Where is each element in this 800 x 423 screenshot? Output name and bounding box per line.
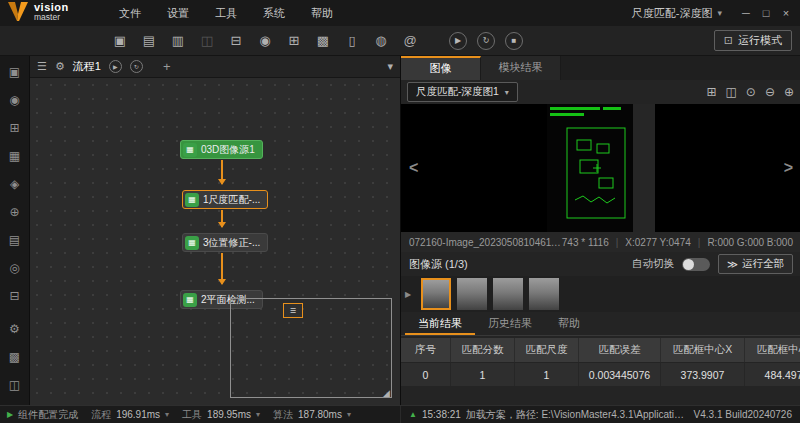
menu-item-settings[interactable]: 设置 [154, 0, 202, 26]
add-flow-button[interactable]: + [163, 59, 171, 74]
flow-list-icon[interactable]: ☰ [37, 60, 47, 73]
logo-text-line2: master [34, 12, 69, 22]
zoom-in-icon[interactable]: ⊕ [784, 85, 794, 99]
chevron-down-icon[interactable]: ▾ [347, 410, 351, 419]
deep-learning-icon[interactable]: ◈ [7, 176, 23, 192]
module-manager-icon[interactable]: ▩ [7, 349, 23, 365]
save-button[interactable]: ▣ [110, 31, 130, 51]
flow-settings-icon[interactable]: ⚙ [55, 60, 65, 73]
tab-current-result[interactable]: 当前结果 [405, 312, 475, 335]
maximize-button[interactable]: □ [756, 0, 776, 26]
thumbnail-4[interactable] [529, 278, 559, 310]
communication-button[interactable]: @ [400, 31, 420, 51]
tab-history-result[interactable]: 历史结果 [475, 312, 545, 335]
mobile-client-button[interactable]: ▯ [342, 31, 362, 51]
tool-time-value: 189.95ms [207, 409, 251, 420]
table-header-cell: 匹配框中心Y [745, 338, 800, 362]
resize-handle-icon[interactable]: ◢ [383, 388, 390, 398]
camera-button[interactable]: ◉ [255, 31, 275, 51]
solution-selector[interactable]: 尺度匹配-深度图 ▾ [632, 0, 722, 26]
view-source-dropdown[interactable]: 尺度匹配-深度图1 ▾ [407, 82, 518, 102]
run-continuous-button[interactable]: ↻ [477, 32, 495, 50]
global-variable-button[interactable]: ◍ [371, 31, 391, 51]
menu-item-tools[interactable]: 工具 [202, 0, 250, 26]
tab-image[interactable]: 图像 [401, 56, 481, 80]
run-flow-loop-button[interactable]: ↻ [130, 60, 143, 73]
run-controls: ▶ ↻ ■ [449, 32, 533, 50]
logo-text-line1: vision [34, 2, 69, 12]
prev-image-button[interactable]: < [409, 159, 418, 177]
solution-title: 尺度匹配-深度图 [632, 6, 713, 21]
menu-item-help[interactable]: 帮助 [298, 0, 346, 26]
thumbnail-expander-icon[interactable]: ▶ [405, 290, 411, 299]
recognition-icon[interactable]: ▦ [7, 148, 23, 164]
matrix-tool-button[interactable]: ⊞ [284, 31, 304, 51]
result-table: 序号 匹配分数 匹配尺度 匹配误差 匹配框中心X 匹配框中心Y 匹配框宽 0 1… [401, 338, 800, 405]
menu-item-file[interactable]: 文件 [106, 0, 154, 26]
alignment-icon[interactable]: ▤ [7, 232, 23, 248]
toggle-knob [683, 259, 694, 270]
run-mode-button[interactable]: ⊡ 运行模式 [714, 30, 792, 51]
communication-manage-icon[interactable]: ◫ [7, 377, 23, 393]
minimize-button[interactable]: ─ [736, 0, 756, 26]
chevron-down-icon[interactable]: ▾ [256, 410, 260, 419]
measure-icon[interactable]: ⊞ [7, 120, 23, 136]
one-to-one-icon[interactable]: ⊙ [746, 85, 756, 99]
flow-node-position-fix[interactable]: ▦ 3位置修正-... [182, 233, 268, 252]
chevron-down-icon[interactable]: ▾ [165, 410, 169, 419]
system-settings-icon[interactable]: ⚙ [7, 321, 23, 337]
auto-switch-toggle[interactable] [682, 258, 710, 271]
menu-item-system[interactable]: 系统 [250, 0, 298, 26]
vm-tool-button[interactable]: ▩ [313, 31, 333, 51]
thumbnail-1[interactable] [421, 278, 451, 310]
stop-button[interactable]: ■ [505, 32, 523, 50]
run-once-button[interactable]: ▶ [449, 32, 467, 50]
grid-view-icon[interactable]: ⊞ [706, 85, 716, 99]
table-header-cell: 匹配误差 [579, 338, 661, 362]
split-view-icon[interactable]: ◫ [725, 85, 736, 99]
calibration-icon[interactable]: ⊕ [7, 204, 23, 220]
open-button[interactable]: ▤ [139, 31, 159, 51]
collapse-flow-icon[interactable]: ▾ [387, 60, 393, 73]
controller-button[interactable]: ⊟ [226, 31, 246, 51]
acquisition-icon[interactable]: ▣ [7, 64, 23, 80]
app-logo: vision master [7, 2, 69, 22]
module-list-box[interactable]: ☰ [283, 303, 303, 318]
flow-node-scale-match[interactable]: ▦ 1尺度匹配-... [182, 190, 268, 209]
algo-time-value: 187.80ms [298, 409, 342, 420]
thumbnail-2[interactable] [457, 278, 487, 310]
logo-v-icon [7, 2, 29, 22]
next-image-button[interactable]: > [784, 159, 793, 177]
separator: | [616, 237, 619, 248]
flow-canvas[interactable]: ▦ 03D图像源1 ▦ 1尺度匹配-... ▦ 3位置修正-... ▦ 2平面检… [30, 78, 400, 405]
chevron-down-icon: ▾ [717, 8, 722, 18]
tab-module-result[interactable]: 模块结果 [481, 56, 561, 80]
match-overlay [547, 104, 655, 232]
log-level-icon: ▲ [409, 410, 417, 419]
flow-node-image-source[interactable]: ▦ 03D图像源1 [180, 140, 263, 159]
tab-result-help[interactable]: 帮助 [545, 312, 593, 335]
selection-rectangle[interactable]: ◢ [230, 298, 392, 398]
run-mode-label: 运行模式 [738, 33, 782, 48]
save-as-button[interactable]: ▥ [168, 31, 188, 51]
image-resolution: 743 * 1116 [562, 237, 609, 248]
algo-time-label: 算法 [273, 408, 293, 422]
menubar: 文件 设置 工具 系统 帮助 [106, 0, 346, 26]
table-row[interactable]: 0 1 1 0.003445076 373.9907 484.4973 657.… [401, 362, 800, 386]
close-button[interactable]: × [776, 0, 796, 26]
run-all-icon: ≫ [727, 258, 738, 270]
flow-run-status-icon: ▶ [7, 410, 13, 419]
list-lines-icon: ☰ [290, 307, 296, 315]
flow-tab[interactable]: 流程1 [73, 59, 101, 74]
node-label: 03D图像源1 [201, 143, 255, 157]
image-viewer[interactable]: < > [401, 104, 800, 232]
location-icon[interactable]: ◉ [7, 92, 23, 108]
table-header-cell: 匹配尺度 [515, 338, 579, 362]
table-cell: 0.003445076 [579, 362, 661, 386]
defect-detect-icon[interactable]: ◎ [7, 260, 23, 276]
logic-tools-icon[interactable]: ⊟ [7, 288, 23, 304]
thumbnail-3[interactable] [493, 278, 523, 310]
zoom-out-icon[interactable]: ⊖ [765, 85, 775, 99]
run-all-button[interactable]: ≫ 运行全部 [718, 254, 793, 274]
run-flow-once-button[interactable]: ▶ [109, 60, 122, 73]
